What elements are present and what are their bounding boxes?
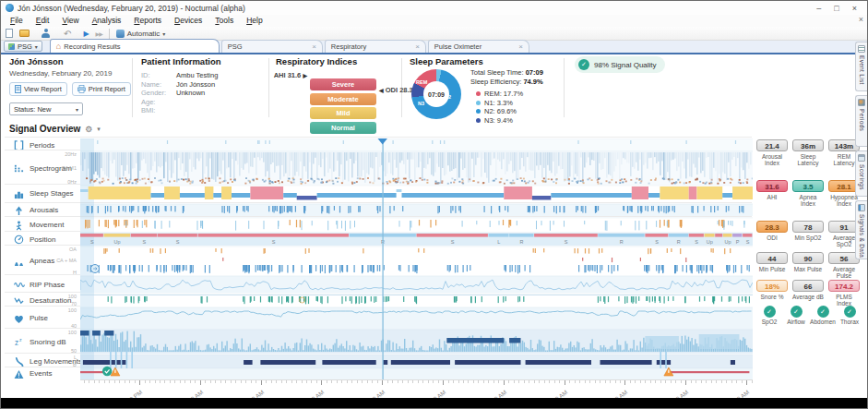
minor-tick bbox=[635, 380, 636, 383]
signal-row-stages[interactable]: Sleep Stages bbox=[1, 186, 79, 201]
new-document-button[interactable] bbox=[6, 29, 13, 38]
minor-tick bbox=[231, 380, 232, 383]
maximize-button[interactable]: □ bbox=[834, 3, 838, 14]
ahi-value: AHI 31.6 ▶ bbox=[239, 71, 307, 79]
tab-label: Respiratory bbox=[331, 42, 366, 51]
signal-row-label: Events bbox=[30, 369, 52, 378]
stat-label: PLMS Index bbox=[828, 294, 860, 307]
legend-label: REM: 17.7% bbox=[484, 90, 523, 98]
menu-item-reports[interactable]: Reports bbox=[127, 15, 168, 27]
menu-item-help[interactable]: Help bbox=[240, 15, 268, 27]
psg-dropdown-button[interactable]: PSG ▾ bbox=[4, 41, 42, 52]
tab-recording-results[interactable]: ⌂Recording Results bbox=[50, 39, 220, 53]
signal-row-label: Apneas bbox=[30, 257, 54, 265]
minor-tick bbox=[569, 380, 570, 383]
hour-tick bbox=[321, 380, 322, 385]
minimize-button[interactable]: – bbox=[816, 3, 821, 14]
menu-item-tools[interactable]: Tools bbox=[208, 15, 240, 27]
play-button[interactable]: ▶ bbox=[83, 30, 89, 38]
axis-label: CA + MA bbox=[56, 258, 77, 263]
minor-tick bbox=[731, 380, 732, 383]
minor-tick bbox=[696, 380, 696, 383]
menu-item-devices[interactable]: Devices bbox=[168, 15, 208, 27]
close-button[interactable]: × bbox=[852, 3, 857, 14]
document-close-icon[interactable]: × bbox=[859, 15, 863, 24]
open-button[interactable] bbox=[19, 30, 30, 37]
stat-label: AHI bbox=[756, 194, 788, 200]
signal-row-events[interactable]: Events bbox=[1, 369, 79, 379]
minor-tick bbox=[418, 380, 419, 383]
side-tab-scorings[interactable]: Scorings bbox=[855, 150, 867, 197]
minor-tick bbox=[387, 380, 388, 383]
stat-average-db: 66Average dB bbox=[792, 280, 824, 300]
minor-tick bbox=[170, 380, 171, 383]
minor-tick bbox=[453, 380, 454, 383]
automatic-dropdown[interactable]: Automatic ▾ bbox=[116, 30, 166, 38]
minor-tick bbox=[145, 380, 146, 383]
close-tab-icon[interactable]: × bbox=[513, 42, 523, 51]
signal-quality-badge: ✓ 98% Signal Quality bbox=[575, 56, 665, 73]
side-tab-periods[interactable]: Periods bbox=[855, 95, 867, 147]
signal-check-abdomen: ✓Abdomen bbox=[810, 306, 836, 325]
respiratory-title: Respiratory Indices bbox=[276, 56, 398, 66]
skip-button[interactable]: ▶▶ bbox=[96, 30, 102, 37]
view-report-button[interactable]: View Report bbox=[9, 82, 67, 96]
signal-row-arousals[interactable]: Arousals bbox=[1, 205, 79, 216]
sleep-parameters-title: Sleep Parameters bbox=[410, 56, 566, 66]
minor-tick bbox=[428, 380, 429, 383]
status-dropdown[interactable]: Status: New ▾ bbox=[9, 102, 83, 115]
minor-tick bbox=[311, 380, 312, 383]
signal-row-spectrogram[interactable]: Spectrogram20HzC4-M10Hz bbox=[1, 152, 79, 185]
minor-tick bbox=[225, 380, 226, 383]
menu-item-view[interactable]: View bbox=[55, 15, 85, 27]
side-tab-label: Scorings bbox=[859, 164, 865, 190]
patient-info-row: Age: bbox=[141, 98, 266, 107]
close-tab-icon[interactable]: × bbox=[306, 42, 316, 51]
hour-tick bbox=[261, 380, 262, 385]
stat-min-spo2: 78Min SpO2 bbox=[792, 221, 824, 241]
minor-tick bbox=[544, 380, 545, 383]
signal-row-snore[interactable]: zzSnoring dB10050 bbox=[1, 331, 79, 354]
tab-respiratory[interactable]: Respiratory× bbox=[325, 40, 426, 53]
stat-label: Average Pulse bbox=[828, 266, 860, 279]
signal-row-rip[interactable]: RIP Phase bbox=[1, 277, 79, 293]
side-tab-label: Event List bbox=[859, 55, 865, 85]
gear-icon[interactable]: ⚙ bbox=[85, 125, 92, 134]
undo-button[interactable]: ↶ bbox=[64, 29, 71, 39]
patient-button[interactable] bbox=[42, 29, 50, 38]
signal-row-pulse[interactable]: Pulse10040 bbox=[1, 308, 79, 329]
stat-sleep-latency: 36mSleep Latency bbox=[792, 139, 824, 166]
print-report-button[interactable]: Print Report bbox=[72, 82, 131, 96]
severity-severe: Severe bbox=[310, 78, 376, 90]
minor-tick bbox=[276, 380, 277, 383]
patient-info-row: Gender:Unknown bbox=[141, 89, 266, 98]
close-tab-icon[interactable]: × bbox=[410, 42, 420, 51]
minor-tick bbox=[539, 380, 540, 383]
table-icon bbox=[858, 154, 865, 162]
minor-tick bbox=[180, 380, 181, 383]
side-tab-label: Periods bbox=[859, 109, 865, 131]
menu-item-analysis[interactable]: Analysis bbox=[86, 15, 128, 27]
signal-row-label: RIP Phase bbox=[30, 281, 65, 289]
signal-plot[interactable]: SUpSSSRSLRSRSRSUpUpPS bbox=[80, 138, 753, 380]
events-icon bbox=[13, 369, 25, 379]
minor-tick bbox=[645, 380, 646, 383]
field-value: Ambu Testing bbox=[176, 71, 218, 80]
signal-quality-label: 98% Signal Quality bbox=[594, 61, 657, 69]
signal-row-movement[interactable]: Movement bbox=[1, 219, 79, 232]
caret-down-icon: ▾ bbox=[162, 30, 165, 37]
side-tab-signals-data[interactable]: Signals & Data bbox=[855, 200, 867, 259]
caret-down-icon[interactable]: ▾ bbox=[97, 126, 101, 133]
tab-pulse-oximeter[interactable]: Pulse Oximeter× bbox=[428, 40, 529, 53]
menu-item-edit[interactable]: Edit bbox=[30, 15, 56, 27]
title-bar: Jón Jónsson (Wednesday, February 20, 201… bbox=[1, 1, 867, 15]
signal-check-spo2: ✓SpO2 bbox=[756, 306, 782, 325]
signal-row-apneas[interactable]: ApneasOACA + MAH bbox=[1, 247, 79, 275]
desat-icon bbox=[13, 295, 25, 306]
minor-tick bbox=[726, 380, 727, 383]
menu-item-file[interactable]: File bbox=[4, 15, 30, 27]
side-tab-event-list[interactable]: Event List bbox=[855, 42, 867, 91]
tab-psg[interactable]: PSG× bbox=[221, 40, 323, 53]
axis-label: OA bbox=[69, 247, 77, 252]
stat-value: 78 bbox=[792, 221, 824, 233]
